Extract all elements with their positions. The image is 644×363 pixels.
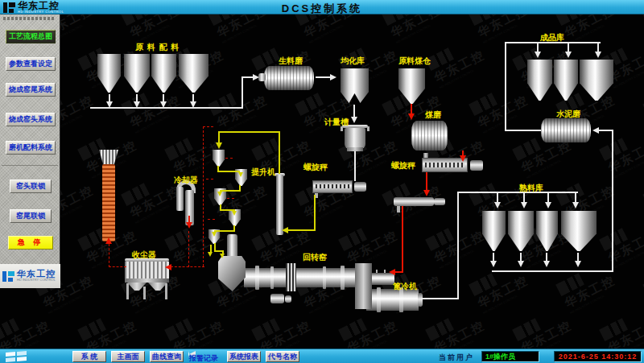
label-raw-mill: 生料磨 bbox=[279, 56, 303, 67]
flow-line-red bbox=[426, 172, 427, 192]
coal-belt-feeder-foot bbox=[397, 206, 400, 212]
product-silo-3 bbox=[580, 59, 613, 101]
cement-mill bbox=[541, 118, 591, 142]
gas-cooler-tube-left bbox=[176, 187, 184, 211]
watermark-tile: 华东工控HD INDUSTRY CONTROL bbox=[382, 14, 446, 44]
flow-arrow-yellow bbox=[220, 254, 225, 258]
raw-silo-1 bbox=[97, 53, 121, 93]
raw-silo-3 bbox=[151, 53, 176, 93]
taskbar-button-tag-names[interactable]: 代号名称 bbox=[266, 351, 299, 362]
watermark-tile: 华东工控HD INDUSTRY CONTROL bbox=[338, 215, 402, 270]
clinker-silo-2 bbox=[508, 210, 534, 251]
flow-arrow bbox=[565, 52, 572, 58]
watermark-tile: 华东工控HD INDUSTRY CONTROL bbox=[555, 14, 620, 44]
sidebar-caption-text bbox=[3, 17, 55, 20]
flow-line-yellow bbox=[214, 230, 235, 232]
belt-conveyor-line bbox=[90, 107, 243, 109]
product-silo-2 bbox=[554, 59, 578, 101]
flow-arrow-yellow bbox=[216, 142, 222, 149]
flow-arrow-yellow bbox=[208, 252, 213, 257]
label-raw-coal-bunker: 原料煤仓 bbox=[398, 56, 431, 67]
taskbar-button-alarm-log[interactable]: 报警记录 bbox=[188, 351, 196, 357]
gas-duct-dashed-line bbox=[203, 126, 204, 266]
label-coal-mill: 煤磨 bbox=[425, 109, 441, 121]
flow-line bbox=[421, 298, 459, 299]
datetime-display: 2021-6-25 14:30:12 bbox=[554, 351, 642, 362]
kiln-tail-interlock-button[interactable]: 窑尾联锁 bbox=[10, 209, 52, 223]
start-menu-icon[interactable] bbox=[6, 351, 27, 362]
sidebar-item-kiln-tail-system[interactable]: 烧成窑尾系统 bbox=[6, 83, 56, 97]
sidebar-item-kiln-head-system[interactable]: 烧成窑头系统 bbox=[6, 113, 56, 126]
flow-arrow bbox=[106, 101, 113, 108]
watermark-tile: 华东工控HD INDUSTRY CONTROL bbox=[251, 305, 316, 349]
taskbar-button-system-report[interactable]: 系统报表 bbox=[227, 351, 261, 362]
cooler-end-cap bbox=[418, 293, 423, 307]
bucket-elevator bbox=[276, 175, 283, 235]
preheater-cyclone-1 bbox=[213, 150, 225, 167]
label-screw-scale-2: 螺旋秤 bbox=[391, 160, 415, 171]
flow-line bbox=[457, 192, 459, 299]
flow-arrow bbox=[543, 261, 550, 267]
watermark-tile: 华东工控HD INDUSTRY CONTROL bbox=[425, 305, 489, 349]
flow-arrow-yellow bbox=[212, 232, 217, 237]
taskbar-button-system[interactable]: 系 统 bbox=[72, 351, 106, 362]
kiln-hood bbox=[218, 256, 246, 291]
flow-line bbox=[242, 76, 243, 109]
rotary-kiln bbox=[244, 268, 357, 287]
flow-line-yellow bbox=[220, 190, 241, 192]
flow-arrow bbox=[518, 261, 524, 267]
dust-collector-leg bbox=[143, 287, 146, 299]
watermark-tile: 华东工控HD INDUSTRY CONTROL bbox=[599, 305, 644, 349]
flow-arrow bbox=[535, 52, 541, 58]
watermark-tile: 华东工控HD INDUSTRY CONTROL bbox=[512, 305, 576, 349]
kiln-drive-coupling bbox=[285, 295, 291, 303]
raw-silo-4 bbox=[179, 53, 208, 93]
dust-collector-band bbox=[125, 278, 169, 283]
flow-arrow-yellow bbox=[217, 192, 222, 196]
sidebar-item-parameter-settings[interactable]: 参数查看设定 bbox=[6, 57, 56, 71]
flow-arrow bbox=[545, 202, 551, 208]
label-homogenizing-silo: 均化库 bbox=[341, 56, 365, 67]
flow-arrow-yellow bbox=[232, 211, 237, 216]
flow-line bbox=[505, 42, 506, 131]
gas-duct-dashed-line bbox=[171, 266, 204, 267]
product-silo-1 bbox=[527, 59, 552, 101]
raw-mill-trunnion bbox=[258, 73, 266, 81]
taskbar: 系 统 主画面 曲线查询 报警记录 系统报表 代号名称 当前用户 1#操作员 2… bbox=[0, 349, 644, 363]
watermark-tile: 华东工控HD INDUSTRY CONTROL bbox=[208, 14, 272, 44]
watermark-tile: 华东工控HD INDUSTRY CONTROL bbox=[338, 305, 402, 349]
current-user-value: 1#操作员 bbox=[481, 351, 539, 362]
flow-arrow bbox=[575, 261, 581, 267]
label-dust-collector: 收尘器 bbox=[132, 250, 156, 261]
flow-line-yellow bbox=[218, 131, 280, 133]
flow-arrow bbox=[592, 127, 599, 134]
flow-arrow bbox=[521, 202, 527, 208]
flow-arrow bbox=[160, 101, 167, 108]
flow-line-red bbox=[394, 271, 403, 273]
watermark-tile: 华东工控HD INDUSTRY CONTROL bbox=[0, 305, 55, 349]
label-measuring-tank: 计量槽 bbox=[324, 117, 349, 128]
emergency-stop-button[interactable]: 急 停 bbox=[8, 236, 53, 250]
flow-line bbox=[354, 151, 356, 181]
flow-arrow-red bbox=[460, 155, 466, 162]
label-raw-batching: 原 料 配 料 bbox=[135, 42, 180, 53]
taskbar-button-main-screen[interactable]: 主画面 bbox=[111, 351, 145, 362]
watermark-tile: 华东工控HD INDUSTRY CONTROL bbox=[77, 305, 142, 349]
flow-line-yellow bbox=[314, 195, 316, 230]
process-diagram-canvas: 华东工控HD INDUSTRY CONTROL华东工控HD INDUSTRY C… bbox=[0, 14, 644, 349]
sidebar-item-mill-batching-system[interactable]: 磨机配料系统 bbox=[6, 141, 56, 155]
raw-silo-2 bbox=[124, 53, 150, 93]
kiln-head-interlock-button[interactable]: 窑头联锁 bbox=[10, 179, 52, 193]
kiln-tyre bbox=[341, 266, 345, 290]
flow-arrow-yellow bbox=[282, 227, 288, 233]
label-rotary-kiln: 回转窑 bbox=[303, 252, 327, 263]
calciner-riser bbox=[227, 234, 237, 258]
clinker-silo-3 bbox=[536, 210, 558, 251]
taskbar-button-trend-query[interactable]: 曲线查询 bbox=[150, 351, 184, 362]
flow-line bbox=[492, 270, 613, 272]
measuring-tank bbox=[345, 128, 365, 149]
watermark-tile: 华东工控HD INDUSTRY CONTROL bbox=[469, 260, 533, 315]
flow-line-yellow bbox=[287, 229, 316, 231]
sidebar-item-process-overview[interactable]: 工艺流程总图 bbox=[6, 30, 56, 43]
flow-line bbox=[505, 130, 541, 131]
